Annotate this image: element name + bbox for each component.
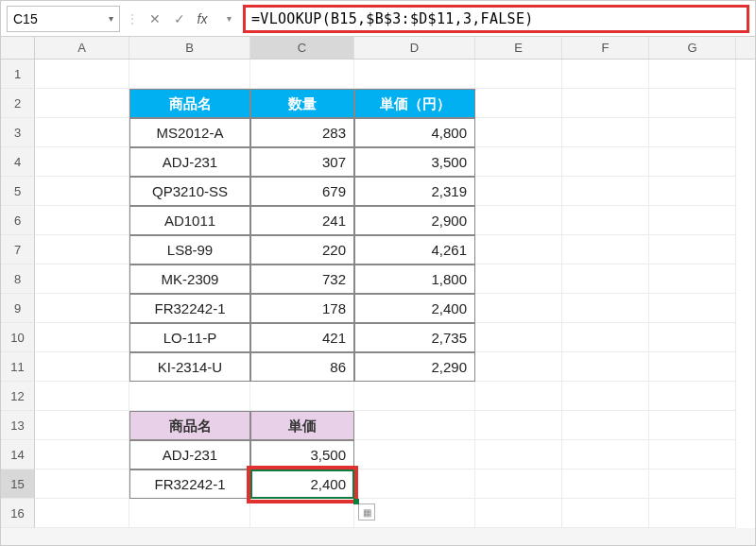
cell-c8[interactable]: 732 (250, 264, 354, 294)
cell-g12[interactable] (649, 382, 736, 411)
cell-a11[interactable] (35, 352, 129, 382)
cell-g15[interactable] (649, 469, 736, 499)
cell-f12[interactable] (562, 382, 649, 411)
cell-a9[interactable] (35, 294, 129, 323)
cell-a13[interactable] (35, 411, 129, 440)
cell-f3[interactable] (562, 118, 649, 147)
row-header-16[interactable]: 16 (1, 499, 35, 528)
cell-c10[interactable]: 421 (250, 323, 354, 352)
cell-c16[interactable] (250, 499, 354, 528)
cell-d9[interactable]: 2,400 (354, 294, 475, 323)
row-header-1[interactable]: 1 (1, 60, 35, 89)
cell-b5[interactable]: QP3210-SS (129, 177, 250, 206)
cell-f11[interactable] (562, 352, 649, 382)
accept-formula-button[interactable]: ✓ (169, 8, 190, 30)
cell-b10[interactable]: LO-11-P (129, 323, 250, 352)
cell-g11[interactable] (649, 352, 736, 382)
cell-f1[interactable] (562, 60, 649, 89)
cell-e13[interactable] (475, 411, 562, 440)
col-header-a[interactable]: A (35, 37, 129, 59)
cell-g7[interactable] (649, 235, 736, 264)
cell-g9[interactable] (649, 294, 736, 323)
cell-b7[interactable]: LS8-99 (129, 235, 250, 264)
cell-e14[interactable] (475, 440, 562, 469)
cell-e7[interactable] (475, 235, 562, 264)
autofill-options-icon[interactable]: ▦ (358, 503, 375, 520)
cell-e10[interactable] (475, 323, 562, 352)
cell-d12[interactable] (354, 382, 475, 411)
row-header-12[interactable]: 12 (1, 382, 35, 411)
row-header-13[interactable]: 13 (1, 411, 35, 440)
table1-header-d[interactable]: 単価（円） (354, 89, 475, 118)
col-header-e[interactable]: E (475, 37, 562, 59)
cell-d1[interactable] (354, 60, 475, 89)
cell-f6[interactable] (562, 206, 649, 235)
cell-g10[interactable] (649, 323, 736, 352)
table2-header-c[interactable]: 単価 (250, 411, 354, 440)
cell-b4[interactable]: ADJ-231 (129, 147, 250, 177)
cell-f5[interactable] (562, 177, 649, 206)
row-header-15[interactable]: 15 (1, 469, 35, 499)
row-header-3[interactable]: 3 (1, 118, 35, 147)
table1-header-b[interactable]: 商品名 (129, 89, 250, 118)
cell-c14[interactable]: 3,500 (250, 440, 354, 469)
cell-e3[interactable] (475, 118, 562, 147)
cell-d11[interactable]: 2,290 (354, 352, 475, 382)
cell-e5[interactable] (475, 177, 562, 206)
cell-g13[interactable] (649, 411, 736, 440)
cell-e6[interactable] (475, 206, 562, 235)
cancel-formula-button[interactable]: ✕ (145, 8, 165, 30)
cell-b16[interactable] (129, 499, 250, 528)
cell-f13[interactable] (562, 411, 649, 440)
cell-a15[interactable] (35, 469, 129, 499)
cell-g16[interactable] (649, 499, 736, 528)
cell-b15[interactable]: FR32242-1 (129, 469, 250, 499)
fx-dropdown-icon[interactable]: ▾ (218, 13, 239, 24)
cell-c4[interactable]: 307 (250, 147, 354, 177)
cell-g8[interactable] (649, 264, 736, 294)
cell-a1[interactable] (35, 60, 129, 89)
cell-c12[interactable] (250, 382, 354, 411)
cell-d3[interactable]: 4,800 (354, 118, 475, 147)
table1-header-c[interactable]: 数量 (250, 89, 354, 118)
row-header-7[interactable]: 7 (1, 235, 35, 264)
cell-d15[interactable] (354, 469, 475, 499)
cell-a2[interactable] (35, 89, 129, 118)
cell-e1[interactable] (475, 60, 562, 89)
cell-g6[interactable] (649, 206, 736, 235)
cell-e8[interactable] (475, 264, 562, 294)
cell-a12[interactable] (35, 382, 129, 411)
cell-f10[interactable] (562, 323, 649, 352)
table2-header-b[interactable]: 商品名 (129, 411, 250, 440)
fx-button[interactable]: fx (194, 8, 215, 30)
cell-e4[interactable] (475, 147, 562, 177)
cell-a4[interactable] (35, 147, 129, 177)
select-all-corner[interactable] (1, 37, 35, 60)
cell-c1[interactable] (250, 60, 354, 89)
cell-d13[interactable] (354, 411, 475, 440)
cell-b11[interactable]: KI-2314-U (129, 352, 250, 382)
cell-f2[interactable] (562, 89, 649, 118)
cell-a14[interactable] (35, 440, 129, 469)
cell-c3[interactable]: 283 (250, 118, 354, 147)
cell-b14[interactable]: ADJ-231 (129, 440, 250, 469)
cell-c6[interactable]: 241 (250, 206, 354, 235)
cell-f7[interactable] (562, 235, 649, 264)
cell-b12[interactable] (129, 382, 250, 411)
cell-c15[interactable]: 2,400 (250, 469, 354, 499)
cell-g5[interactable] (649, 177, 736, 206)
col-header-d[interactable]: D (354, 37, 475, 59)
row-header-6[interactable]: 6 (1, 206, 35, 235)
cell-a10[interactable] (35, 323, 129, 352)
cell-f9[interactable] (562, 294, 649, 323)
cell-f15[interactable] (562, 469, 649, 499)
cell-b6[interactable]: AD1011 (129, 206, 250, 235)
cell-a3[interactable] (35, 118, 129, 147)
row-header-2[interactable]: 2 (1, 89, 35, 118)
row-header-14[interactable]: 14 (1, 440, 35, 469)
cell-d7[interactable]: 4,261 (354, 235, 475, 264)
row-header-9[interactable]: 9 (1, 294, 35, 323)
cell-b1[interactable] (129, 60, 250, 89)
cell-b9[interactable]: FR32242-1 (129, 294, 250, 323)
row-header-8[interactable]: 8 (1, 264, 35, 294)
